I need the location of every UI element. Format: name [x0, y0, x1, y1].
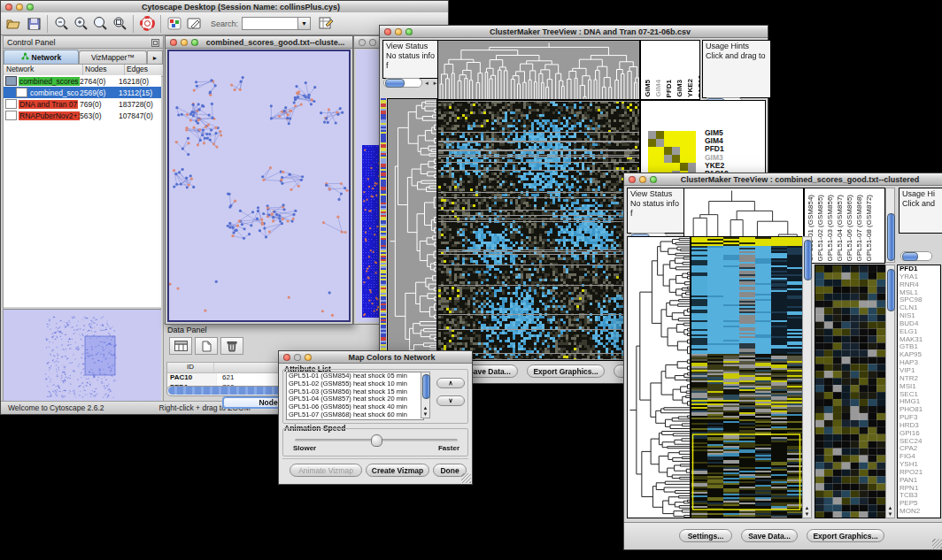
- annotation-icon[interactable]: [184, 15, 204, 33]
- scroll-arrows[interactable]: ▲▼: [421, 405, 429, 418]
- zoom-selected-icon[interactable]: [110, 15, 129, 33]
- column-label[interactable]: GPL51-06 (GSM865): [845, 195, 854, 262]
- scroll-arrows[interactable]: ▲▼: [803, 505, 811, 518]
- close-button[interactable]: [5, 4, 12, 11]
- matrix-cell[interactable]: [688, 163, 696, 171]
- matrix-cell[interactable]: [664, 131, 672, 139]
- network-overview-thumbnail[interactable]: [4, 310, 161, 403]
- matrix-cell[interactable]: [664, 139, 672, 147]
- minimize-button[interactable]: [395, 28, 402, 35]
- treeview1-titlebar[interactable]: ClusterMaker TreeView : DNA and Tran 07-…: [380, 26, 768, 38]
- zoom-window-button[interactable]: [305, 354, 312, 361]
- zoom-window-button[interactable]: [27, 4, 34, 11]
- vizmapper-squares-icon[interactable]: [165, 15, 184, 33]
- treeview1-global-strip[interactable]: [381, 98, 386, 359]
- treeview2-usage-slider[interactable]: [900, 251, 932, 261]
- network-row[interactable]: combined_sco2569(6)13112(15): [4, 87, 161, 98]
- close-button[interactable]: [384, 28, 391, 35]
- zoom-out-icon[interactable]: [51, 15, 71, 33]
- matrix-cell[interactable]: [648, 131, 656, 139]
- open-session-icon[interactable]: [4, 15, 24, 33]
- minimize-button[interactable]: [639, 176, 646, 183]
- close-button[interactable]: [170, 39, 177, 46]
- main-titlebar[interactable]: Cytoscape Desktop (Session Name: collins…: [1, 1, 448, 13]
- matrix-cell[interactable]: [664, 155, 672, 163]
- matrix-cell[interactable]: [688, 131, 696, 139]
- settings-button[interactable]: Settings...: [679, 529, 732, 542]
- save-data-button[interactable]: Save Data...: [741, 529, 798, 542]
- zoom-in-icon[interactable]: [71, 15, 90, 33]
- scroll-arrows[interactable]: ▲▼: [886, 505, 894, 518]
- matrix-cell[interactable]: [648, 163, 656, 171]
- data-col-id[interactable]: ID: [167, 363, 214, 372]
- zoom-window-button[interactable]: [405, 28, 413, 35]
- matrix-cell[interactable]: [680, 163, 688, 171]
- network-row[interactable]: combined_scores2764(0)16218(0): [4, 75, 161, 87]
- close-button[interactable]: [283, 354, 290, 361]
- treeview2-heatmap-scrollbar[interactable]: ▲▼: [802, 236, 812, 518]
- column-label[interactable]: GPL51-03 (GSM856): [825, 195, 835, 262]
- matrix-cell[interactable]: [680, 155, 688, 163]
- matrix-cell[interactable]: [688, 139, 696, 147]
- move-down-button[interactable]: ∨: [436, 395, 465, 406]
- zoom-window-button[interactable]: [191, 39, 198, 46]
- float-panel-icon[interactable]: [151, 35, 159, 50]
- attribute-item[interactable]: GPL51-07 (GSM868) heat shock 60 min: [289, 411, 423, 419]
- export-graphics-button[interactable]: Export Graphics...: [807, 529, 884, 542]
- close-button[interactable]: [359, 39, 366, 46]
- matrix-cell[interactable]: [672, 155, 680, 163]
- search-input[interactable]: [242, 17, 298, 30]
- matrix-cell[interactable]: [680, 131, 688, 139]
- matrix-cell[interactable]: [688, 147, 696, 155]
- minimize-button[interactable]: [294, 354, 301, 361]
- create-vizmap-button[interactable]: Create Vizmap: [366, 464, 429, 477]
- zoom-fit-icon[interactable]: [90, 15, 110, 33]
- column-label[interactable]: GPL51-02 (GSM855): [815, 195, 825, 262]
- tab-network[interactable]: Network: [4, 50, 79, 64]
- search-filter-icon[interactable]: [316, 15, 336, 33]
- treeview2-titlebar[interactable]: ClusterMaker TreeView : combined_scores_…: [624, 173, 942, 186]
- matrix-cell[interactable]: [648, 147, 656, 155]
- network-overview-panel[interactable]: [4, 309, 161, 403]
- slider-thumb[interactable]: [371, 434, 382, 447]
- matrix-cell[interactable]: [672, 147, 680, 155]
- column-label[interactable]: YKE2: [685, 79, 695, 97]
- matrix-cell[interactable]: [672, 163, 680, 171]
- matrix-cell[interactable]: [672, 131, 680, 139]
- export-graphics-button[interactable]: Export Graphics...: [527, 364, 605, 378]
- matrix-cell[interactable]: [656, 131, 664, 139]
- treeview2-row-dendrogram[interactable]: [627, 236, 691, 518]
- scroll-thumb[interactable]: [422, 374, 430, 399]
- treeview2-genelist-scrollbar[interactable]: ▲▼: [885, 265, 895, 518]
- matrix-cell[interactable]: [656, 163, 664, 171]
- treeview1-column-dendrogram[interactable]: [437, 40, 640, 100]
- network-canvas[interactable]: [169, 51, 349, 320]
- column-label[interactable]: GPL51-07 (GSM868): [854, 195, 864, 262]
- treeview1-heatmap[interactable]: [437, 100, 640, 361]
- minimize-button[interactable]: [369, 39, 376, 46]
- network-row[interactable]: RNAPuberNov2+1563(0)107847(0): [4, 110, 161, 121]
- matrix-cell[interactable]: [672, 139, 680, 147]
- column-label[interactable]: GPL51-04 (GSM857): [835, 195, 845, 262]
- save-session-icon[interactable]: [24, 15, 43, 33]
- zoom-window-button[interactable]: [650, 176, 657, 183]
- animation-speed-slider[interactable]: [295, 439, 458, 441]
- animate-vizmap-button[interactable]: Animate Vizmap: [290, 464, 362, 477]
- attribute-select-icon[interactable]: [169, 337, 192, 355]
- scroll-thumb[interactable]: [804, 240, 812, 280]
- column-label[interactable]: GIM5: [643, 80, 652, 97]
- treeview2-labels-scrollbar[interactable]: [885, 188, 895, 263]
- matrix-cell[interactable]: [664, 163, 672, 171]
- delete-attribute-icon[interactable]: [220, 337, 243, 355]
- column-label[interactable]: GIM4: [653, 80, 663, 97]
- minimize-button[interactable]: [16, 4, 23, 11]
- help-lifebuoy-icon[interactable]: [137, 15, 157, 33]
- resize-grip[interactable]: [932, 539, 942, 548]
- treeview2-zoom-heatmap[interactable]: [815, 265, 886, 518]
- matrix-cell[interactable]: [656, 155, 664, 163]
- map-dialog-titlebar[interactable]: Map Colors to Network: [279, 351, 472, 364]
- search-dropdown-arrow-icon[interactable]: ▼: [298, 17, 311, 30]
- tab-vizmapper[interactable]: VizMapper™: [79, 50, 147, 64]
- tab-overflow-arrow[interactable]: ►: [147, 50, 163, 64]
- column-label[interactable]: GPL51-08 (GSM872): [864, 195, 874, 262]
